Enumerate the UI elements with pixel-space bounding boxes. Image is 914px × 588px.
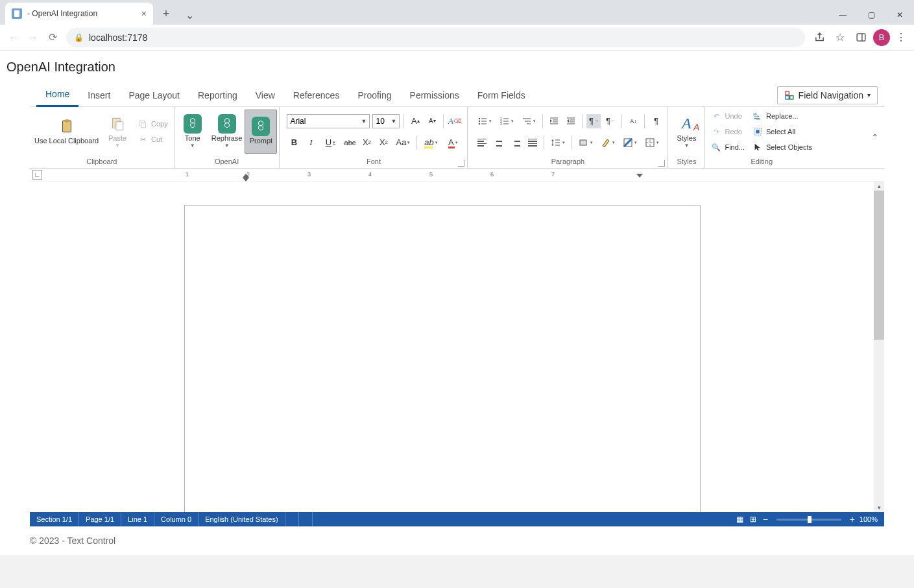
browser-menu-button[interactable]: ⋮: [892, 31, 910, 43]
font-name-select[interactable]: Arial▼: [287, 114, 370, 128]
superscript-button[interactable]: X2: [376, 135, 391, 150]
rtl-direction-button[interactable]: ¶←: [603, 114, 618, 128]
status-page[interactable]: Page 1/1: [79, 512, 121, 526]
align-left-button[interactable]: [475, 135, 489, 150]
shading-button[interactable]: ▾: [576, 135, 595, 150]
line-spacing-button[interactable]: ▾: [548, 135, 568, 150]
borders-button[interactable]: ▾: [642, 135, 662, 150]
forward-button[interactable]: →: [23, 28, 43, 47]
field-navigation-button[interactable]: Field Navigation ▾: [777, 86, 878, 104]
tab-page-layout[interactable]: Page Layout: [119, 84, 189, 107]
tab-home[interactable]: Home: [36, 84, 78, 107]
status-section[interactable]: Section 1/1: [30, 512, 79, 526]
zoom-in-button[interactable]: +: [848, 514, 857, 524]
sort-button[interactable]: A↓: [626, 114, 640, 128]
scroll-up-icon[interactable]: ▴: [874, 182, 884, 191]
ltr-direction-button[interactable]: ¶→: [586, 114, 601, 128]
view-mode-2-icon[interactable]: ⊞: [748, 514, 758, 524]
decrease-indent-button[interactable]: [547, 114, 561, 128]
view-mode-1-icon[interactable]: ▦: [735, 514, 745, 524]
use-local-clipboard-button[interactable]: Use Local Clipboard: [32, 110, 101, 154]
tab-insert[interactable]: Insert: [78, 84, 119, 107]
shrink-font-button[interactable]: A▾: [425, 114, 439, 128]
tab-reporting[interactable]: Reporting: [189, 84, 247, 107]
tab-proofing[interactable]: Proofing: [348, 84, 400, 107]
underline-button[interactable]: U▾: [320, 135, 340, 150]
paste-button[interactable]: Paste ▼: [101, 110, 134, 154]
select-objects-button[interactable]: Select Objects: [750, 140, 815, 154]
numbering-button[interactable]: 123▾: [497, 114, 516, 128]
highlight-color-button[interactable]: ab▾: [421, 135, 440, 150]
prompt-button[interactable]: Prompt: [245, 110, 277, 154]
clear-formatting-button[interactable]: A⌫: [448, 114, 462, 128]
new-tab-button[interactable]: +: [157, 5, 175, 23]
bullets-button[interactable]: ▾: [475, 114, 494, 128]
dialog-launcher-icon[interactable]: [658, 160, 665, 167]
font-color-button[interactable]: A▾: [443, 135, 463, 150]
prompt-label: Prompt: [250, 137, 272, 145]
tab-close-icon[interactable]: ×: [141, 8, 147, 19]
undo-button[interactable]: ↶Undo: [708, 109, 747, 123]
zoom-slider[interactable]: [776, 519, 841, 521]
scroll-down-icon[interactable]: ▾: [874, 503, 884, 512]
reload-button[interactable]: ⟳: [43, 28, 62, 47]
status-language[interactable]: English (United States): [198, 512, 285, 526]
share-icon[interactable]: [809, 27, 830, 48]
tab-references[interactable]: References: [284, 84, 349, 107]
ruler-horizontal[interactable]: ∟ 1234567: [30, 169, 884, 182]
change-case-button[interactable]: Aa▾: [393, 135, 413, 150]
find-button[interactable]: 🔍Find...: [708, 140, 747, 154]
increase-indent-button[interactable]: [564, 114, 578, 128]
zoom-thumb[interactable]: [808, 516, 812, 523]
subscript-button[interactable]: X2: [359, 135, 374, 150]
document-page[interactable]: [184, 205, 701, 512]
align-right-button[interactable]: [509, 135, 523, 150]
back-button[interactable]: ←: [4, 28, 23, 47]
rephrase-button[interactable]: Rephrase ▼: [209, 110, 245, 154]
window-minimize-button[interactable]: —: [828, 5, 857, 25]
copy-button[interactable]: Copy: [135, 117, 171, 131]
collapse-ribbon-button[interactable]: ⌃: [869, 130, 882, 145]
grow-font-button[interactable]: A▴: [408, 114, 422, 128]
profile-avatar[interactable]: B: [871, 27, 892, 48]
tab-form-fields[interactable]: Form Fields: [468, 84, 535, 107]
redo-button[interactable]: ↷Redo: [708, 124, 747, 139]
tab-permissions[interactable]: Permissions: [401, 84, 468, 107]
zoom-percent[interactable]: 100%: [860, 515, 878, 523]
bold-button[interactable]: B: [287, 135, 301, 150]
window-maximize-button[interactable]: ▢: [857, 5, 885, 25]
dialog-launcher-icon[interactable]: [458, 160, 464, 167]
tabs-menu-button[interactable]: ⌄: [175, 5, 204, 25]
status-column[interactable]: Column 0: [154, 512, 198, 526]
zoom-out-button[interactable]: −: [761, 514, 770, 524]
address-bar[interactable]: 🔒 localhost:7178: [66, 28, 805, 47]
font-size-select[interactable]: 10▼: [372, 114, 400, 128]
multilevel-list-button[interactable]: ▾: [519, 114, 538, 128]
align-center-button[interactable]: [492, 135, 506, 150]
vertical-scrollbar[interactable]: ▴ ▾: [874, 182, 884, 512]
select-all-button[interactable]: Select All: [750, 124, 815, 139]
chevron-down-icon: ▼: [190, 143, 195, 149]
strikethrough-button[interactable]: abc: [343, 135, 357, 150]
chevron-down-icon: ▼: [361, 118, 367, 124]
window-close-button[interactable]: ✕: [885, 5, 914, 25]
browser-tab[interactable]: - OpenAI Integration ×: [5, 3, 153, 25]
bookmark-icon[interactable]: ☆: [830, 27, 850, 48]
scroll-thumb[interactable]: [874, 191, 884, 340]
status-line[interactable]: Line 1: [121, 512, 154, 526]
side-panel-icon[interactable]: [850, 27, 871, 48]
cut-button[interactable]: ✂ Cut: [135, 132, 171, 147]
tab-view[interactable]: View: [247, 84, 284, 107]
right-indent-marker[interactable]: [636, 174, 643, 178]
page-color-button[interactable]: ▾: [598, 135, 618, 150]
styles-button[interactable]: AA Styles ▼: [670, 110, 703, 154]
replace-button[interactable]: abacReplace...: [750, 109, 815, 123]
justify-button[interactable]: [525, 135, 540, 150]
italic-button[interactable]: I: [304, 135, 318, 150]
ruler-corner-icon[interactable]: ∟: [32, 170, 42, 180]
svg-text:ab: ab: [753, 112, 757, 116]
show-marks-button[interactable]: ¶: [649, 114, 663, 128]
ruler-vertical[interactable]: [32, 182, 43, 512]
frame-color-button[interactable]: ▾: [620, 135, 640, 150]
tone-button[interactable]: Tone ▼: [176, 110, 209, 154]
